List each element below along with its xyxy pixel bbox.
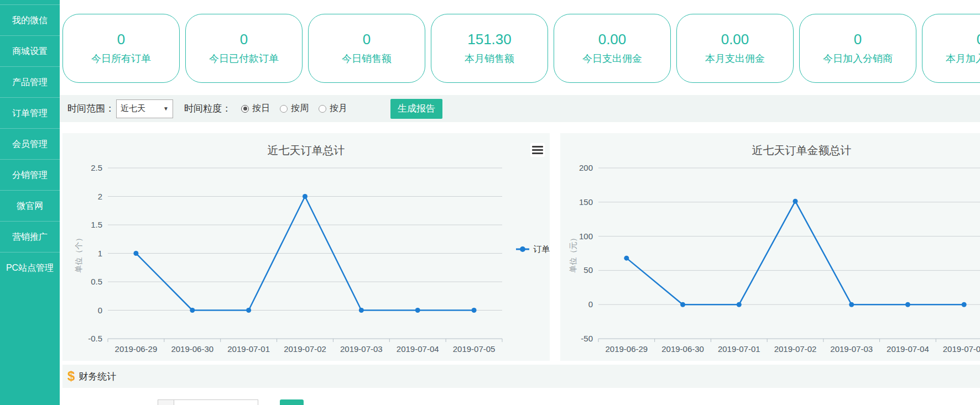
- sidebar-item-7[interactable]: 营销推广: [0, 221, 60, 252]
- radio-label: 按日: [252, 103, 270, 114]
- order-amount-line-chart: 200150100500-502019-06-292019-06-302019-…: [560, 133, 980, 361]
- svg-text:0: 0: [98, 306, 102, 315]
- filter-bar: 时间范围： 近七天 ▼ 时间粒度： 按日按周按月 生成报告: [60, 95, 980, 122]
- svg-text:0: 0: [588, 299, 593, 309]
- stat-value: 0: [922, 31, 980, 48]
- granularity-radio-1[interactable]: 按周: [280, 103, 309, 114]
- sidebar-item-4[interactable]: 会员管理: [0, 128, 60, 159]
- stat-label: 今日销售额: [309, 52, 425, 65]
- svg-text:单位（元）: 单位（元）: [569, 234, 577, 273]
- stat-label: 本月销售额: [431, 52, 548, 65]
- radio-label: 按月: [330, 103, 347, 114]
- date-range-input[interactable]: [174, 399, 258, 405]
- granularity-radio-group: 按日按周按月: [231, 103, 347, 114]
- finance-filter-row: [0, 399, 980, 405]
- svg-text:订单: 订单: [533, 244, 550, 254]
- svg-text:2019-07-02: 2019-07-02: [284, 344, 326, 354]
- svg-text:50: 50: [583, 265, 593, 275]
- granularity-radio-0[interactable]: 按日: [241, 103, 270, 114]
- svg-text:100: 100: [579, 232, 593, 241]
- svg-text:2019-07-04: 2019-07-04: [887, 344, 929, 354]
- svg-text:2: 2: [98, 192, 102, 201]
- svg-text:2019-06-29: 2019-06-29: [605, 344, 648, 354]
- sidebar-item-6[interactable]: 微官网: [0, 190, 60, 221]
- svg-text:单位（个）: 单位（个）: [74, 234, 83, 273]
- finance-search-button[interactable]: [280, 399, 304, 405]
- date-input-addon: [158, 399, 174, 405]
- stat-value: 0: [309, 31, 425, 48]
- stat-value: 0.00: [554, 31, 670, 48]
- svg-text:2019-07-03: 2019-07-03: [340, 344, 383, 354]
- stat-card: 0今日销售额: [308, 14, 425, 83]
- svg-text:2019-07-05: 2019-07-05: [453, 344, 496, 354]
- stat-value: 0: [186, 31, 302, 48]
- stat-label: 今日所有订单: [63, 52, 179, 65]
- stat-label: 今日支出佣金: [554, 52, 670, 65]
- radio-label: 按周: [291, 103, 309, 114]
- stat-card: 0.00今日支出佣金: [554, 14, 671, 83]
- radio-unselected-icon[interactable]: [319, 105, 326, 113]
- dollar-icon: $: [67, 370, 75, 383]
- svg-text:2019-07-01: 2019-07-01: [718, 344, 760, 354]
- sidebar: 我的微信商城设置产品管理订单管理会员管理分销管理微官网营销推广PC站点管理: [0, 0, 60, 405]
- order-amount-chart-panel: 近七天订单金额总计 200150100500-502019-06-292019-…: [560, 133, 980, 361]
- stat-card: 151.30本月销售额: [431, 14, 548, 83]
- stat-card: 0今日加入分销商: [799, 14, 916, 83]
- radio-selected-icon[interactable]: [241, 105, 249, 113]
- svg-text:-50: -50: [581, 334, 593, 343]
- granularity-radio-2[interactable]: 按月: [319, 103, 347, 114]
- svg-text:2019-06-30: 2019-06-30: [171, 344, 213, 354]
- svg-text:2019-06-30: 2019-06-30: [661, 344, 704, 354]
- time-range-value: 近七天: [121, 103, 145, 114]
- svg-text:200: 200: [579, 163, 593, 172]
- stat-card: 0今日所有订单: [62, 14, 180, 83]
- stat-label: 本月支出佣金: [677, 52, 793, 65]
- svg-text:150: 150: [579, 197, 593, 207]
- svg-text:-0.5: -0.5: [88, 334, 102, 343]
- svg-text:0.5: 0.5: [91, 277, 102, 286]
- sidebar-item-1[interactable]: 商城设置: [0, 35, 60, 66]
- orders-chart-panel: 近七天订单总计 2.521.510.50-0.52019-06-292019-0…: [62, 133, 550, 361]
- stat-card: 0.00本月支出佣金: [676, 14, 794, 83]
- radio-unselected-icon[interactable]: [280, 105, 288, 113]
- sidebar-item-8[interactable]: PC站点管理: [0, 252, 60, 283]
- stat-label: 今日加入分销商: [800, 52, 916, 65]
- stat-value: 0: [63, 31, 179, 48]
- svg-text:1: 1: [98, 249, 102, 258]
- stat-cards: 0今日所有订单0今日已付款订单0今日销售额151.30本月销售额0.00今日支出…: [62, 14, 980, 83]
- chevron-down-icon: ▼: [163, 106, 169, 112]
- svg-text:2019-07-05: 2019-07-05: [943, 344, 980, 354]
- svg-text:2019-07-03: 2019-07-03: [830, 344, 873, 354]
- generate-report-button[interactable]: 生成报告: [390, 99, 442, 119]
- svg-text:2019-07-04: 2019-07-04: [397, 344, 439, 354]
- svg-text:1.5: 1.5: [91, 220, 102, 229]
- stat-value: 151.30: [431, 31, 548, 48]
- sidebar-item-3[interactable]: 订单管理: [0, 97, 60, 128]
- stat-value: 0: [800, 31, 916, 48]
- finance-section-title: 财务统计: [79, 370, 116, 383]
- svg-text:2019-06-29: 2019-06-29: [115, 344, 158, 354]
- sidebar-item-5[interactable]: 分销管理: [0, 159, 60, 190]
- svg-text:2019-07-01: 2019-07-01: [227, 344, 270, 354]
- svg-text:2.5: 2.5: [91, 163, 102, 172]
- stat-card: 0今日已付款订单: [185, 14, 303, 83]
- sidebar-item-0[interactable]: 我的微信: [0, 4, 60, 35]
- time-range-label: 时间范围：: [67, 102, 114, 115]
- orders-line-chart: 2.521.510.50-0.52019-06-292019-06-302019…: [62, 133, 550, 361]
- time-range-select[interactable]: 近七天 ▼: [116, 99, 173, 118]
- stat-label: 本月加入分销商: [922, 52, 980, 65]
- granularity-label: 时间粒度：: [184, 102, 231, 115]
- sidebar-item-2[interactable]: 产品管理: [0, 66, 60, 97]
- svg-text:2019-07-02: 2019-07-02: [774, 344, 817, 354]
- stat-card: 0本月加入分销商: [922, 14, 980, 83]
- finance-section-header: $ 财务统计: [62, 365, 980, 388]
- stat-label: 今日已付款订单: [186, 52, 302, 65]
- stat-value: 0.00: [677, 31, 793, 48]
